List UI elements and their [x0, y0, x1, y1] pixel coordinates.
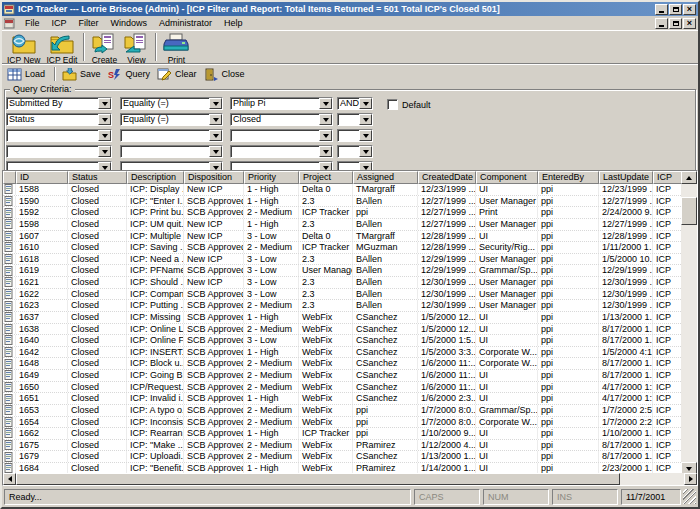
- toolbar-button-clear[interactable]: Clear: [155, 67, 202, 82]
- dropdown-button[interactable]: [209, 98, 222, 109]
- column-header-component[interactable]: Component: [476, 171, 538, 184]
- table-row[interactable]: 1653ClosedICP: A typo o...SCB Approved2 …: [3, 405, 697, 417]
- query-value-select[interactable]: Philip Pi: [230, 97, 333, 110]
- dropdown-button[interactable]: [209, 162, 222, 170]
- column-header-status[interactable]: Status: [68, 171, 127, 184]
- column-header-assigned[interactable]: Assigned: [353, 171, 418, 184]
- toolbar-button-query[interactable]: SQuery: [106, 67, 156, 82]
- table-row[interactable]: 1679ClosedICP: Uploadi...SCB Approved2 -…: [3, 451, 697, 463]
- scroll-up-button[interactable]: [681, 171, 697, 184]
- scroll-right-button[interactable]: [684, 473, 697, 485]
- query-field-select[interactable]: [6, 161, 112, 170]
- table-row[interactable]: 1598ClosedICP: UM quit...New ICP1 - High…: [3, 219, 697, 231]
- dropdown-button[interactable]: [98, 114, 111, 125]
- menu-item-icp[interactable]: ICP: [46, 17, 73, 29]
- dropdown-button[interactable]: [319, 146, 332, 157]
- query-conjunction-select[interactable]: [337, 113, 373, 126]
- dropdown-button[interactable]: [209, 146, 222, 157]
- table-row[interactable]: 1650ClosedICP/Request...SCB Approved2 - …: [3, 382, 697, 394]
- query-conjunction-select[interactable]: [337, 129, 373, 142]
- query-field-select[interactable]: Status: [6, 113, 112, 126]
- menu-item-file[interactable]: File: [19, 17, 46, 29]
- restore-button[interactable]: [669, 4, 682, 15]
- dropdown-button[interactable]: [359, 130, 372, 141]
- dropdown-button[interactable]: [359, 114, 372, 125]
- column-header-createddate[interactable]: CreatedDate: [418, 171, 476, 184]
- scroll-left-button[interactable]: [3, 473, 16, 485]
- horizontal-scroll-thumb[interactable]: [16, 473, 620, 485]
- table-row[interactable]: 1638ClosedICP: Online Li...SCB Approved2…: [3, 324, 697, 336]
- vertical-scroll-thumb[interactable]: [681, 197, 697, 225]
- table-row[interactable]: 1654ClosedICP: Inconsis...SCB Approved2 …: [3, 417, 697, 429]
- menu-item-administrator[interactable]: Administrator: [153, 17, 218, 29]
- menu-item-filter[interactable]: Filter: [73, 17, 105, 29]
- table-row[interactable]: 1607ClosedICP: Multiple ...New ICP3 - Lo…: [3, 231, 697, 243]
- table-row[interactable]: 1588ClosedICP: Display ...New ICP1 - Hig…: [3, 184, 697, 196]
- query-operator-select[interactable]: [120, 161, 223, 170]
- toolbar-button-save[interactable]: Save: [60, 67, 106, 82]
- table-row[interactable]: 1640ClosedICP: Online F...SCB Approved3 …: [3, 335, 697, 347]
- toolbar-button-close[interactable]: Close: [202, 67, 250, 82]
- query-value-select[interactable]: Closed: [230, 113, 333, 126]
- column-header-description[interactable]: Description: [127, 171, 184, 184]
- table-row[interactable]: 1610ClosedICP: Saving ...SCB Approved2 -…: [3, 242, 697, 254]
- column-header-enteredby[interactable]: EnteredBy: [538, 171, 599, 184]
- column-header-priority[interactable]: Priority: [244, 171, 299, 184]
- query-field-select[interactable]: [6, 129, 112, 142]
- query-value-select[interactable]: [230, 145, 333, 158]
- table-row[interactable]: 1622ClosedICP: Compan...SCB Approved3 - …: [3, 289, 697, 301]
- column-header-icp[interactable]: ICP: [653, 171, 683, 184]
- table-row[interactable]: 1651ClosedICP: Invalid i...SCB Approved1…: [3, 393, 697, 405]
- column-header-project[interactable]: Project: [299, 171, 353, 184]
- table-row[interactable]: 1590ClosedICP: "Enter I...SCB Approved1 …: [3, 196, 697, 208]
- column-header-id[interactable]: ID: [16, 171, 68, 184]
- query-operator-select[interactable]: Equality (=): [120, 113, 223, 126]
- mdi-minimize-button[interactable]: [655, 18, 668, 29]
- menu-item-help[interactable]: Help: [218, 17, 249, 29]
- resize-grip[interactable]: [683, 489, 696, 504]
- minimize-button[interactable]: [655, 4, 668, 15]
- close-button[interactable]: ×: [683, 4, 696, 15]
- toolbar-button-view[interactable]: View: [120, 32, 152, 65]
- mdi-restore-button[interactable]: [669, 18, 682, 29]
- query-field-select[interactable]: [6, 145, 112, 158]
- table-row[interactable]: 1592ClosedICP: Print bu...SCB Approved2 …: [3, 207, 697, 219]
- query-conjunction-select[interactable]: [337, 161, 373, 170]
- dropdown-button[interactable]: [319, 114, 332, 125]
- table-row[interactable]: 1675ClosedICP: "Make ...SCB Approved2 - …: [3, 440, 697, 452]
- table-row[interactable]: 1637ClosedICP: Missing ...SCB Approved1 …: [3, 312, 697, 324]
- dropdown-button[interactable]: [209, 130, 222, 141]
- dropdown-button[interactable]: [359, 162, 372, 170]
- dropdown-button[interactable]: [319, 130, 332, 141]
- dropdown-button[interactable]: [98, 130, 111, 141]
- dropdown-button[interactable]: [319, 98, 332, 109]
- query-field-select[interactable]: Submitted By: [6, 97, 112, 110]
- query-operator-select[interactable]: [120, 129, 223, 142]
- table-row[interactable]: 1642ClosedICP: INSERT...SCB Approved1 - …: [3, 347, 697, 359]
- query-value-select[interactable]: [230, 129, 333, 142]
- toolbar-button-icp-new[interactable]: ICP New: [4, 32, 43, 65]
- dropdown-button[interactable]: [319, 162, 332, 170]
- dropdown-button[interactable]: [359, 146, 372, 157]
- table-row[interactable]: 1662ClosedICP: Rearran...SCB Approved1 -…: [3, 428, 697, 440]
- column-header-disposition[interactable]: Disposition: [184, 171, 244, 184]
- horizontal-scrollbar[interactable]: [3, 473, 697, 485]
- dropdown-button[interactable]: [209, 114, 222, 125]
- mdi-system-icon[interactable]: [4, 18, 15, 29]
- default-checkbox[interactable]: [387, 99, 398, 110]
- dropdown-button[interactable]: [359, 98, 372, 109]
- column-header-lastupdate[interactable]: LastUpdate: [599, 171, 653, 184]
- column-header-icon[interactable]: [3, 171, 16, 184]
- table-row[interactable]: 1618ClosedICP: Need a ...New ICP3 - Low2…: [3, 254, 697, 266]
- table-row[interactable]: 1648ClosedICP: Block u...SCB Approved2 -…: [3, 358, 697, 370]
- dropdown-button[interactable]: [98, 146, 111, 157]
- query-operator-select[interactable]: [120, 145, 223, 158]
- query-value-select[interactable]: [230, 161, 333, 170]
- dropdown-button[interactable]: [98, 98, 111, 109]
- table-row[interactable]: 1619ClosedICP: PFName...SCB Approved3 - …: [3, 265, 697, 277]
- mdi-close-button[interactable]: ×: [683, 18, 696, 29]
- toolbar-button-load[interactable]: Load: [5, 67, 50, 82]
- query-operator-select[interactable]: Equality (=): [120, 97, 223, 110]
- table-row[interactable]: 1621ClosedICP: Should ...New ICP3 - Low2…: [3, 277, 697, 289]
- table-row[interactable]: 1623ClosedICP: Putting ...SCB Approved2 …: [3, 300, 697, 312]
